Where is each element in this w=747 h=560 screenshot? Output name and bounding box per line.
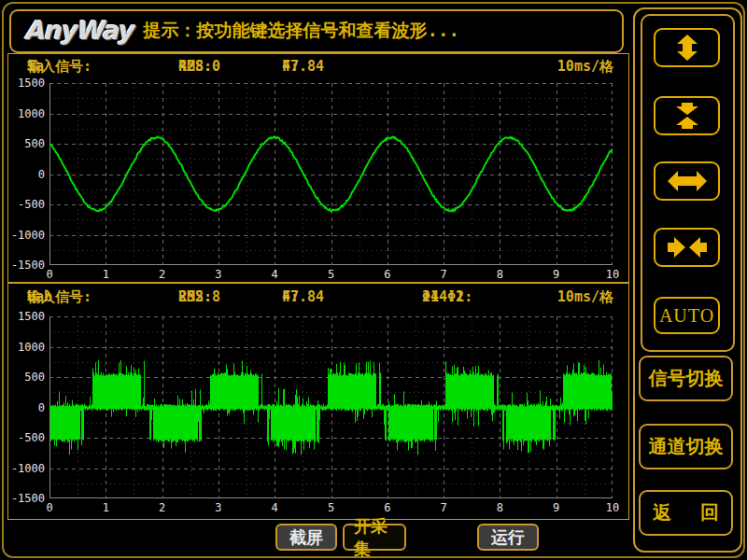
waveform-plot-ia xyxy=(49,83,613,265)
y-tick-label: 1500 xyxy=(8,77,45,90)
start-acquisition-button[interactable]: 开采集 xyxy=(343,524,406,551)
panel1-y-axis-labels: 150010005000-500-1000-1500 xyxy=(8,83,47,265)
panel2-rms-value: 252.8 xyxy=(178,288,220,305)
compress-vertical-icon xyxy=(667,102,708,130)
x-tick-label: 4 xyxy=(261,268,289,281)
x-tick-label: 1 xyxy=(92,268,120,281)
y-tick-label: 0 xyxy=(8,401,45,414)
signal-switch-button[interactable]: 信号切换 xyxy=(639,356,733,401)
panel1-rms-value: 428.0 xyxy=(178,58,220,75)
x-tick-label: 1 xyxy=(92,501,120,514)
x-tick-label: 8 xyxy=(486,268,514,281)
back-button[interactable]: 返 回 xyxy=(639,490,733,536)
panel1-signal-name: Ia xyxy=(27,58,44,75)
expand-horizontal-button[interactable] xyxy=(654,161,720,201)
expand-vertical-icon xyxy=(667,34,708,62)
y-tick-label: 0 xyxy=(8,168,45,181)
x-tick-label: 5 xyxy=(317,501,345,514)
zoom-button-group: AUTO xyxy=(641,14,735,352)
x-tick-label: 0 xyxy=(35,268,63,281)
panel1-timebase: 10ms/格 xyxy=(557,58,613,76)
y-tick-label: 500 xyxy=(8,137,45,150)
panel2-timebase: 10ms/格 xyxy=(557,288,613,306)
y-tick-label: -1000 xyxy=(8,462,45,475)
channel-switch-button[interactable]: 通道切换 xyxy=(639,424,733,469)
panel2-phase-value: 244.1 xyxy=(422,288,464,305)
expand-vertical-button[interactable] xyxy=(654,28,720,67)
compress-horizontal-icon xyxy=(667,233,708,261)
panel2-header: 输入信号: Uab RMS: 252.8 F: 47.84 Φ1-Φ2: 244… xyxy=(8,288,628,311)
x-tick-label: 9 xyxy=(543,501,571,514)
x-tick-label: 0 xyxy=(35,501,63,514)
panel2-signal-name: Uab xyxy=(27,288,52,305)
analyzer-screen: AnyWay 提示：按功能键选择信号和查看波形... 输入信号: Ia RMS:… xyxy=(0,0,747,560)
x-tick-label: 4 xyxy=(261,501,289,514)
y-tick-label: 1000 xyxy=(8,341,45,354)
compress-vertical-button[interactable] xyxy=(654,96,720,135)
y-tick-label: 1000 xyxy=(8,107,45,120)
expand-horizontal-icon xyxy=(667,167,708,195)
side-button-panel: AUTO 信号切换 通道切换 返 回 xyxy=(633,7,742,553)
x-tick-label: 8 xyxy=(486,501,514,514)
x-tick-label: 9 xyxy=(543,268,571,281)
x-tick-label: 2 xyxy=(148,501,176,514)
x-tick-label: 6 xyxy=(374,501,402,514)
back-label-left: 返 xyxy=(653,500,671,525)
x-tick-label: 7 xyxy=(430,501,458,514)
x-tick-label: 10 xyxy=(599,268,627,281)
x-tick-label: 6 xyxy=(374,268,402,281)
waveform-plot-uab xyxy=(49,316,613,498)
auto-button[interactable]: AUTO xyxy=(654,297,720,334)
anyway-logo: AnyWay xyxy=(11,16,144,47)
y-tick-label: -500 xyxy=(8,431,45,444)
y-tick-label: -1000 xyxy=(8,229,45,242)
hint-text: 提示：按功能键选择信号和查看波形... xyxy=(144,19,459,45)
waveform-area: 输入信号: Ia RMS: 428.0 F: 47.84 10ms/格 1500… xyxy=(7,53,629,520)
y-tick-label: 500 xyxy=(8,371,45,384)
panel2-x-axis-labels: 012345678910 xyxy=(49,501,613,514)
x-tick-label: 5 xyxy=(317,268,345,281)
compress-horizontal-button[interactable] xyxy=(654,228,720,267)
panel1-x-axis-labels: 012345678910 xyxy=(49,268,613,281)
panel2-freq-value: 47.84 xyxy=(282,288,324,305)
title-bar: AnyWay 提示：按功能键选择信号和查看波形... xyxy=(9,9,624,53)
run-button[interactable]: 运行 xyxy=(477,524,539,551)
back-label-right: 回 xyxy=(700,500,719,525)
panel1-freq-value: 47.84 xyxy=(282,58,324,75)
y-tick-label: -500 xyxy=(8,198,45,211)
x-tick-label: 10 xyxy=(599,501,627,514)
panel2-y-axis-labels: 150010005000-500-1000-1500 xyxy=(8,316,47,498)
y-tick-label: 1500 xyxy=(8,310,45,323)
x-tick-label: 3 xyxy=(204,268,233,281)
x-tick-label: 2 xyxy=(148,268,176,281)
x-tick-label: 7 xyxy=(430,268,458,281)
panel1-header: 输入信号: Ia RMS: 428.0 F: 47.84 10ms/格 xyxy=(8,58,628,80)
screenshot-button[interactable]: 截屏 xyxy=(275,524,337,551)
x-tick-label: 3 xyxy=(204,501,233,514)
panel-divider xyxy=(8,282,628,284)
